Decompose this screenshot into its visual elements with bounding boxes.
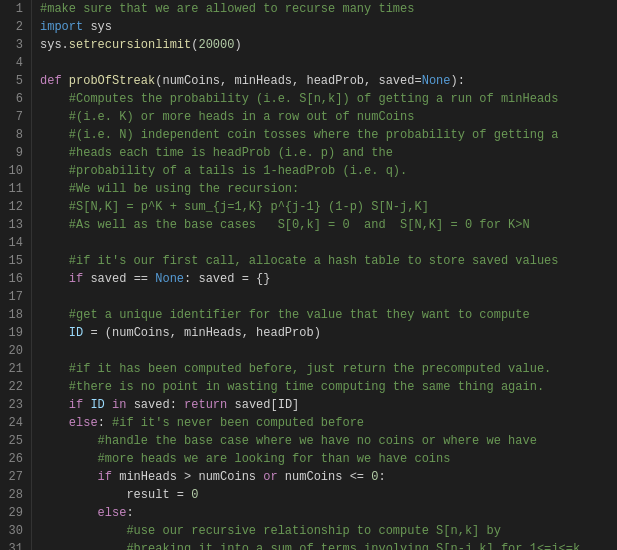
line-number: 31 — [4, 540, 23, 550]
code-line: def probOfStreak(numCoins, minHeads, hea… — [40, 72, 617, 90]
code-line: #make sure that we are allowed to recurs… — [40, 0, 617, 18]
line-number: 14 — [4, 234, 23, 252]
code-line: #probability of a tails is 1-headProb (i… — [40, 162, 617, 180]
code-line: import sys — [40, 18, 617, 36]
code-line: else: #if it's never been computed befor… — [40, 414, 617, 432]
code-line: if saved == None: saved = {} — [40, 270, 617, 288]
line-number: 10 — [4, 162, 23, 180]
line-number: 3 — [4, 36, 23, 54]
line-number: 6 — [4, 90, 23, 108]
line-number: 17 — [4, 288, 23, 306]
line-number: 21 — [4, 360, 23, 378]
code-line: if minHeads > numCoins or numCoins <= 0: — [40, 468, 617, 486]
code-line: else: — [40, 504, 617, 522]
code-line: #As well as the base cases S[0,k] = 0 an… — [40, 216, 617, 234]
code-line: ID = (numCoins, minHeads, headProb) — [40, 324, 617, 342]
code-line: #heads each time is headProb (i.e. p) an… — [40, 144, 617, 162]
code-line — [40, 234, 617, 252]
line-number: 5 — [4, 72, 23, 90]
line-number: 30 — [4, 522, 23, 540]
line-number: 15 — [4, 252, 23, 270]
code-editor: 1234567891011121314151617181920212223242… — [0, 0, 617, 550]
line-number: 27 — [4, 468, 23, 486]
line-number: 25 — [4, 432, 23, 450]
line-number: 19 — [4, 324, 23, 342]
code-line: #use our recursive relationship to compu… — [40, 522, 617, 540]
line-numbers: 1234567891011121314151617181920212223242… — [0, 0, 32, 550]
line-number: 29 — [4, 504, 23, 522]
code-line — [40, 54, 617, 72]
code-line: #(i.e. K) or more heads in a row out of … — [40, 108, 617, 126]
line-number: 12 — [4, 198, 23, 216]
code-line: #more heads we are looking for than we h… — [40, 450, 617, 468]
code-line: #if it's our first call, allocate a hash… — [40, 252, 617, 270]
line-number: 11 — [4, 180, 23, 198]
code-line — [40, 288, 617, 306]
code-line: #(i.e. N) independent coin tosses where … — [40, 126, 617, 144]
code-line: #handle the base case where we have no c… — [40, 432, 617, 450]
code-line: if ID in saved: return saved[ID] — [40, 396, 617, 414]
line-number: 22 — [4, 378, 23, 396]
code-line: result = 0 — [40, 486, 617, 504]
code-line: #breaking it into a sum of terms involvi… — [40, 540, 617, 550]
code-line: #if it has been computed before, just re… — [40, 360, 617, 378]
code-line: #S[N,K] = p^K + sum_{j=1,K} p^{j-1} (1-p… — [40, 198, 617, 216]
line-number: 8 — [4, 126, 23, 144]
line-number: 9 — [4, 144, 23, 162]
code-content: #make sure that we are allowed to recurs… — [32, 0, 617, 550]
code-line — [40, 342, 617, 360]
code-line: #there is no point in wasting time compu… — [40, 378, 617, 396]
line-number: 16 — [4, 270, 23, 288]
line-number: 26 — [4, 450, 23, 468]
line-number: 24 — [4, 414, 23, 432]
line-number: 1 — [4, 0, 23, 18]
line-number: 2 — [4, 18, 23, 36]
line-number: 20 — [4, 342, 23, 360]
line-number: 18 — [4, 306, 23, 324]
line-number: 7 — [4, 108, 23, 126]
line-number: 23 — [4, 396, 23, 414]
line-number: 4 — [4, 54, 23, 72]
code-line: #Computes the probability (i.e. S[n,k]) … — [40, 90, 617, 108]
code-line: sys.setrecursionlimit(20000) — [40, 36, 617, 54]
line-number: 13 — [4, 216, 23, 234]
code-line: #We will be using the recursion: — [40, 180, 617, 198]
line-number: 28 — [4, 486, 23, 504]
code-line: #get a unique identifier for the value t… — [40, 306, 617, 324]
